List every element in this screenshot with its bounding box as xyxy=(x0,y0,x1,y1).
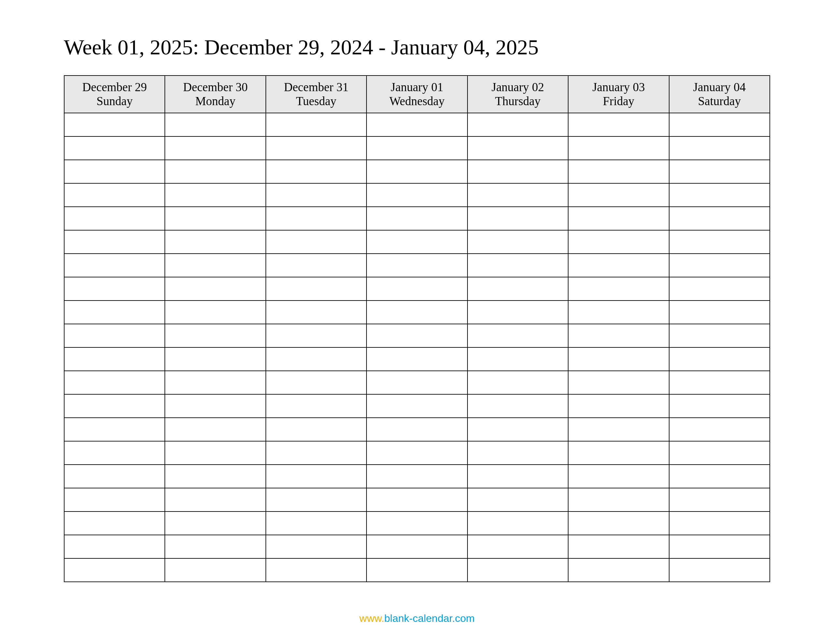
calendar-cell[interactable] xyxy=(568,488,669,512)
calendar-cell[interactable] xyxy=(367,300,467,324)
calendar-cell[interactable] xyxy=(367,441,467,465)
calendar-cell[interactable] xyxy=(165,160,265,183)
calendar-cell[interactable] xyxy=(64,371,165,394)
calendar-cell[interactable] xyxy=(467,136,568,160)
calendar-cell[interactable] xyxy=(64,183,165,207)
calendar-cell[interactable] xyxy=(64,558,165,582)
calendar-cell[interactable] xyxy=(165,183,265,207)
calendar-cell[interactable] xyxy=(367,113,467,136)
calendar-cell[interactable] xyxy=(64,253,165,277)
calendar-cell[interactable] xyxy=(367,512,467,535)
calendar-cell[interactable] xyxy=(64,207,165,230)
calendar-cell[interactable] xyxy=(467,371,568,394)
calendar-cell[interactable] xyxy=(64,441,165,465)
calendar-cell[interactable] xyxy=(568,535,669,558)
calendar-cell[interactable] xyxy=(266,512,367,535)
calendar-cell[interactable] xyxy=(367,160,467,183)
calendar-cell[interactable] xyxy=(669,488,770,512)
calendar-cell[interactable] xyxy=(367,253,467,277)
calendar-cell[interactable] xyxy=(64,300,165,324)
calendar-cell[interactable] xyxy=(165,230,265,253)
calendar-cell[interactable] xyxy=(367,558,467,582)
calendar-cell[interactable] xyxy=(64,113,165,136)
calendar-cell[interactable] xyxy=(669,441,770,465)
calendar-cell[interactable] xyxy=(669,394,770,418)
calendar-cell[interactable] xyxy=(64,347,165,371)
calendar-cell[interactable] xyxy=(367,488,467,512)
calendar-cell[interactable] xyxy=(669,324,770,347)
calendar-cell[interactable] xyxy=(266,347,367,371)
calendar-cell[interactable] xyxy=(64,230,165,253)
calendar-cell[interactable] xyxy=(669,230,770,253)
calendar-cell[interactable] xyxy=(266,160,367,183)
calendar-cell[interactable] xyxy=(467,207,568,230)
calendar-cell[interactable] xyxy=(669,207,770,230)
calendar-cell[interactable] xyxy=(266,183,367,207)
calendar-cell[interactable] xyxy=(568,512,669,535)
calendar-cell[interactable] xyxy=(266,230,367,253)
calendar-cell[interactable] xyxy=(367,465,467,488)
calendar-cell[interactable] xyxy=(568,183,669,207)
calendar-cell[interactable] xyxy=(165,441,265,465)
footer-link[interactable]: www.blank-calendar.com xyxy=(0,612,834,625)
calendar-cell[interactable] xyxy=(64,324,165,347)
calendar-cell[interactable] xyxy=(165,558,265,582)
calendar-cell[interactable] xyxy=(266,277,367,300)
calendar-cell[interactable] xyxy=(467,160,568,183)
calendar-cell[interactable] xyxy=(669,512,770,535)
calendar-cell[interactable] xyxy=(669,418,770,441)
calendar-cell[interactable] xyxy=(165,324,265,347)
calendar-cell[interactable] xyxy=(165,512,265,535)
calendar-cell[interactable] xyxy=(669,253,770,277)
calendar-cell[interactable] xyxy=(467,253,568,277)
calendar-cell[interactable] xyxy=(165,488,265,512)
calendar-cell[interactable] xyxy=(266,465,367,488)
calendar-cell[interactable] xyxy=(367,230,467,253)
calendar-cell[interactable] xyxy=(669,558,770,582)
calendar-cell[interactable] xyxy=(165,394,265,418)
calendar-cell[interactable] xyxy=(367,347,467,371)
calendar-cell[interactable] xyxy=(568,253,669,277)
calendar-cell[interactable] xyxy=(467,441,568,465)
calendar-cell[interactable] xyxy=(568,160,669,183)
calendar-cell[interactable] xyxy=(165,207,265,230)
calendar-cell[interactable] xyxy=(467,183,568,207)
calendar-cell[interactable] xyxy=(568,300,669,324)
calendar-cell[interactable] xyxy=(266,441,367,465)
calendar-cell[interactable] xyxy=(467,277,568,300)
calendar-cell[interactable] xyxy=(669,371,770,394)
calendar-cell[interactable] xyxy=(165,418,265,441)
calendar-cell[interactable] xyxy=(367,418,467,441)
calendar-cell[interactable] xyxy=(165,300,265,324)
calendar-cell[interactable] xyxy=(165,113,265,136)
calendar-cell[interactable] xyxy=(568,230,669,253)
calendar-cell[interactable] xyxy=(64,488,165,512)
calendar-cell[interactable] xyxy=(669,160,770,183)
calendar-cell[interactable] xyxy=(467,512,568,535)
calendar-cell[interactable] xyxy=(165,277,265,300)
calendar-cell[interactable] xyxy=(64,535,165,558)
calendar-cell[interactable] xyxy=(367,371,467,394)
calendar-cell[interactable] xyxy=(165,535,265,558)
calendar-cell[interactable] xyxy=(64,465,165,488)
calendar-cell[interactable] xyxy=(669,113,770,136)
calendar-cell[interactable] xyxy=(64,512,165,535)
calendar-cell[interactable] xyxy=(367,136,467,160)
calendar-cell[interactable] xyxy=(266,136,367,160)
calendar-cell[interactable] xyxy=(467,465,568,488)
calendar-cell[interactable] xyxy=(467,535,568,558)
calendar-cell[interactable] xyxy=(64,418,165,441)
calendar-cell[interactable] xyxy=(467,230,568,253)
calendar-cell[interactable] xyxy=(467,558,568,582)
calendar-cell[interactable] xyxy=(266,488,367,512)
calendar-cell[interactable] xyxy=(367,324,467,347)
calendar-cell[interactable] xyxy=(669,465,770,488)
calendar-cell[interactable] xyxy=(568,418,669,441)
calendar-cell[interactable] xyxy=(266,300,367,324)
calendar-cell[interactable] xyxy=(367,277,467,300)
calendar-cell[interactable] xyxy=(568,207,669,230)
calendar-cell[interactable] xyxy=(64,277,165,300)
calendar-cell[interactable] xyxy=(669,300,770,324)
calendar-cell[interactable] xyxy=(165,136,265,160)
calendar-cell[interactable] xyxy=(266,418,367,441)
